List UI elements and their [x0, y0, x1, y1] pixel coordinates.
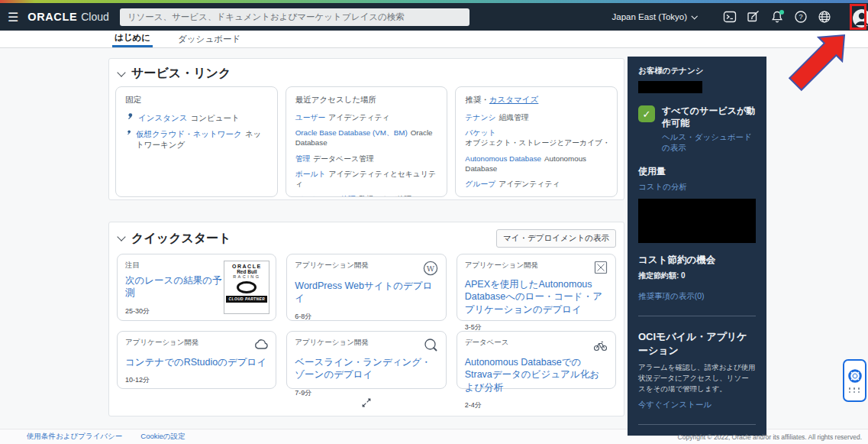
- card-duration: 7-9分: [295, 388, 437, 398]
- hamburger-menu-icon[interactable]: ☰: [8, 10, 18, 24]
- redbull-partner-badge: ORACLE Red Bull RACING CLOUD PARTNER: [224, 261, 269, 314]
- divider: [638, 316, 756, 316]
- brand-oracle: ORACLE: [27, 11, 77, 23]
- annotation-highlight-rectangle: [850, 4, 866, 30]
- page-tabs: はじめに ダッシュボード: [0, 31, 868, 48]
- service-link-item: インスタンスコンピュート: [125, 112, 268, 123]
- svg-text:W: W: [427, 264, 435, 273]
- card-category: アプリケーション開発: [295, 338, 369, 348]
- card-category: アプリケーション開発: [295, 261, 369, 271]
- card-category: データベース: [465, 338, 509, 348]
- service-link-item: 仮想クラウド・ネットワークネットワーキング: [125, 128, 268, 150]
- badge-oracle-text: ORACLE: [226, 264, 267, 269]
- cost-savings-title: コスト節約の機会: [638, 254, 756, 267]
- badge-o-mark: [237, 281, 257, 293]
- divider: [638, 424, 756, 425]
- collapse-chevron-icon[interactable]: [117, 68, 125, 76]
- card-title-link[interactable]: WordPress Webサイトのデプロイ: [295, 280, 437, 305]
- quickstart-card-landing-zone[interactable]: アプリケーション開発 ベースライン・ランディング・ゾーンのデプロイ 7-9分: [286, 331, 446, 389]
- service-link[interactable]: Oracle Base Database (VM、BM): [295, 128, 408, 137]
- tab-getting-started[interactable]: はじめに: [112, 31, 153, 47]
- recent-card: 最近アクセスした場所 ユーザーアイデンティティ Oracle Base Data…: [286, 86, 448, 197]
- quickstart-title: クイックスタート: [131, 231, 231, 247]
- service-category: 監視および管理: [359, 195, 411, 197]
- service-link[interactable]: ユーザー: [295, 113, 326, 122]
- edit-annotate-icon[interactable]: [746, 10, 760, 24]
- quickstart-card-race-prediction[interactable]: 注目 次のレースの結果の予測 25-30分 ORACLE Red Bull RA…: [117, 254, 276, 321]
- service-link[interactable]: データベース管理: [295, 195, 356, 197]
- cloud-shell-icon[interactable]: [722, 10, 737, 24]
- service-link[interactable]: 管理: [295, 154, 311, 163]
- service-link[interactable]: インスタンス: [138, 113, 187, 122]
- recent-label: 最近アクセスした場所: [295, 95, 438, 105]
- service-link[interactable]: グループ: [465, 180, 495, 188]
- terms-privacy-link[interactable]: 使用条件およびプライバシー: [27, 432, 122, 442]
- card-category: アプリケーション開発: [465, 261, 539, 271]
- search-input[interactable]: [120, 8, 469, 26]
- expand-icon[interactable]: [361, 397, 372, 408]
- cookie-settings-link[interactable]: Cookieの設定: [140, 432, 185, 442]
- recommendations-link[interactable]: 推奨事項の表示(0): [638, 291, 705, 300]
- quickstart-card-rstudio[interactable]: アプリケーション開発 コンテナでのRStudioのデプロイ 10-12分: [117, 331, 276, 389]
- service-links-panel: サービス・リンク 固定 インスタンスコンピュート 仮想クラウド・ネットワークネッ…: [108, 58, 624, 200]
- cost-analysis-link[interactable]: コストの分析: [638, 182, 756, 193]
- card-title-link[interactable]: Autonomous DatabaseでのStravaデータのビジュアル化および…: [465, 356, 608, 394]
- chevron-down-icon: [691, 13, 697, 19]
- service-category: アイデンティティ: [328, 113, 389, 122]
- service-link[interactable]: 仮想クラウド・ネットワーク: [136, 129, 242, 138]
- install-now-link[interactable]: 今すぐインストール: [638, 400, 756, 410]
- usage-title: 使用量: [638, 165, 756, 178]
- card-title-link[interactable]: コンテナでのRStudioのデプロイ: [125, 356, 268, 368]
- wordpress-icon: W: [423, 261, 438, 276]
- tenancy-sidebar: お客様のテナンシ ✓ すべてのサービスが動作可能 ヘルス・ダッシュボードの表示 …: [628, 57, 766, 436]
- service-link[interactable]: バケット: [465, 128, 495, 137]
- badge-racing-text: RACING: [226, 274, 267, 279]
- card-title-link[interactable]: 次のレースの結果の予測: [125, 274, 226, 300]
- region-selector[interactable]: Japan East (Tokyo): [612, 12, 696, 21]
- pinned-label: 固定: [125, 95, 268, 105]
- service-link-item: ユーザーアイデンティティ: [295, 112, 438, 122]
- card-title-link[interactable]: ベースライン・ランディング・ゾーンのデプロイ: [295, 356, 437, 381]
- quickstart-card-strava[interactable]: データベース Autonomous DatabaseでのStravaデータのビジ…: [457, 331, 616, 389]
- service-link-item: グループアイデンティティ: [465, 179, 608, 189]
- service-link[interactable]: ボールト: [295, 170, 326, 178]
- service-link[interactable]: テナンシ: [465, 113, 495, 122]
- redacted-tenancy-name: [638, 81, 702, 93]
- header-actions: Japan East (Tokyo): [612, 10, 831, 24]
- mobile-app-title: OCIモバイル・アプリケーション: [638, 330, 756, 358]
- collapse-chevron-icon[interactable]: [117, 232, 125, 241]
- support-floating-button[interactable]: [843, 359, 866, 402]
- pin-icon: [125, 128, 132, 138]
- card-category: アプリケーション開発: [125, 338, 199, 348]
- cloud-icon: [253, 338, 268, 352]
- service-link[interactable]: Autonomous Database: [465, 154, 541, 163]
- tab-dashboard[interactable]: ダッシュボード: [176, 31, 243, 47]
- status-check-icon: ✓: [638, 105, 655, 122]
- quickstart-card-wordpress[interactable]: アプリケーション開発 W WordPress Webサイトのデプロイ 6-8分: [286, 254, 446, 321]
- recommended-card: 推奨・カスタマイズ テナンシ組織管理 バケットオブジェクト・ストレージとアーカイ…: [455, 86, 618, 197]
- service-link-item: Oracle Base Database (VM、BM)Oracle Datab…: [295, 128, 438, 147]
- service-link-item: 管理データベース管理: [295, 154, 438, 164]
- service-link-item: ボールトアイデンティティとセキュリティ: [295, 169, 438, 189]
- status-text: すべてのサービスが動作可能: [662, 105, 756, 129]
- card-duration: 10-12分: [125, 375, 268, 385]
- service-link-item: データベース管理監視および管理: [295, 194, 438, 197]
- pinned-card: 固定 インスタンスコンピュート 仮想クラウド・ネットワークネットワーキング: [115, 86, 278, 197]
- quickstart-card-apex[interactable]: アプリケーション開発 APEXを使用したAutonomous Databaseへ…: [457, 254, 616, 321]
- health-dashboard-link[interactable]: ヘルス・ダッシュボードの表示: [662, 132, 756, 154]
- bicycle-icon: [593, 338, 608, 352]
- notifications-bell-icon[interactable]: [770, 10, 784, 24]
- help-icon[interactable]: ?: [793, 10, 808, 24]
- language-globe-icon[interactable]: [817, 10, 831, 24]
- card-duration: 6-8分: [295, 312, 437, 322]
- service-link-item: Autonomous DatabaseAutonomous Database: [465, 154, 608, 173]
- customize-link[interactable]: カスタマイズ: [489, 95, 538, 104]
- my-deployments-button[interactable]: マイ・デプロイメントの表示: [496, 229, 616, 248]
- drag-dots-icon: [849, 387, 861, 393]
- card-title-link[interactable]: APEXを使用したAutonomous Databaseへのロー・コード・アプリ…: [465, 278, 608, 316]
- oracle-cloud-logo[interactable]: ORACLE Cloud: [27, 11, 108, 23]
- recommended-label: 推奨・カスタマイズ: [465, 95, 608, 105]
- recommended-prefix: 推奨・: [465, 95, 489, 104]
- card-duration: 2-4分: [465, 400, 608, 410]
- service-link-item: テナンシ組織管理: [465, 112, 608, 122]
